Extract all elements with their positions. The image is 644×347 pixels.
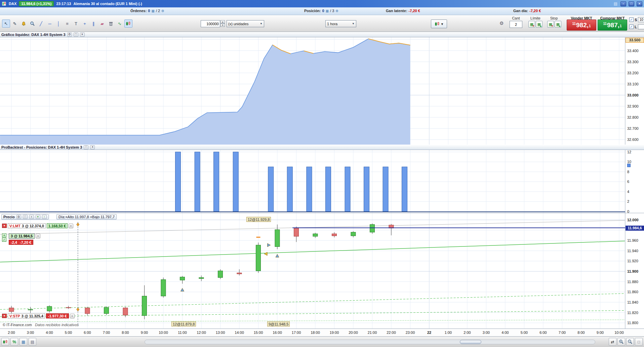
parallel-channel-tool-button[interactable]: ∥ (89, 20, 97, 28)
panel-close-icon[interactable]: × (90, 145, 95, 149)
candlestick-mode-icon[interactable] (1, 338, 9, 346)
crosshair-tool-button[interactable]: + (81, 20, 89, 28)
sell-price-prefix: 11 (572, 22, 576, 26)
x-tick-label: 10:00 (614, 331, 624, 335)
keyboard-icon[interactable]: ▤ (614, 1, 617, 6)
panel-window-icon[interactable]: □ (74, 33, 78, 37)
order-quantity-input[interactable] (510, 21, 522, 28)
stop-order-box[interactable]: V:STP 3 @ 11.325,4 (8, 313, 45, 318)
y-tick-label: 2 (627, 199, 629, 203)
panel-window-icon[interactable]: □ (23, 215, 28, 219)
vertical-line-tool-button[interactable]: │ (54, 20, 63, 28)
alarm-bell-button[interactable] (19, 20, 28, 28)
sell-limit-button[interactable]: ▦▼ (528, 21, 535, 28)
x-tick-label: 1:00 (445, 331, 452, 335)
instrument-chart-icon (2, 1, 6, 6)
positions-bar-chart[interactable]: 121086420 (0, 150, 644, 213)
stop-order-text: 3 @ 11.325,4 (22, 314, 43, 318)
stepper-down-icon[interactable]: ▼ (220, 24, 225, 27)
timeframe-select[interactable]: 1 hora ▼ (325, 20, 356, 27)
liquidity-chart[interactable]: 33.50033.40033.30033.20033.10033.00032.9… (0, 37, 644, 145)
x-tick-label: 16:00 (273, 331, 282, 335)
sell-market-button[interactable]: 11 982, 1 (567, 20, 596, 31)
trend-line[interactable] (0, 320, 625, 322)
right-marker-icon (268, 243, 271, 247)
eraser-tool-button[interactable]: ▰ (98, 20, 106, 28)
list-view-icon[interactable]: ▤ (29, 338, 36, 346)
zoom-in-icon[interactable] (617, 338, 625, 346)
minimize-button[interactable]: – (620, 1, 626, 6)
percent-scale-icon[interactable]: % (10, 338, 18, 346)
table-view-icon[interactable]: ▦ (19, 338, 27, 346)
trendline-tool-button[interactable]: ╱ (37, 20, 45, 28)
position-settings-icon[interactable]: ⚙ (335, 9, 338, 13)
panel-settings-icon[interactable]: ⚙ (67, 33, 72, 37)
horizontal-scrollbar[interactable] (145, 340, 595, 344)
price-candlestick-chart[interactable]: 12.00011.96011.94011.92011.90011.88011.8… (0, 213, 644, 329)
cancel-stop-order-button[interactable]: × (70, 314, 75, 318)
buy-market-button[interactable]: 11 987, 1 (598, 20, 627, 31)
latent-pnl-value: -7,20 € (409, 9, 420, 13)
position-bar (325, 167, 331, 211)
quantity-stepper[interactable]: ▲ ▼ (220, 20, 225, 27)
expand-panel-button[interactable]: ↑ (42, 215, 47, 219)
pencil-tool-button[interactable]: ✎ (11, 20, 19, 28)
quantity-input[interactable] (201, 20, 220, 27)
indicator-tool-button[interactable]: ∿ (116, 20, 124, 28)
buy-limit-button[interactable]: ▦▲ (536, 21, 542, 28)
x-tick-label: 2:00 (464, 331, 471, 335)
add-indicator-button[interactable]: + (36, 215, 40, 219)
text-tool-button[interactable]: T (72, 20, 80, 28)
limit-distance-input[interactable] (638, 24, 644, 29)
dash-marker-icon (256, 237, 260, 238)
chart-style-select[interactable]: ▾ (431, 20, 447, 28)
candle-body (104, 307, 109, 313)
candlestick-view-button[interactable] (124, 20, 132, 28)
trend-line[interactable] (0, 220, 625, 234)
panel-close-icon[interactable]: × (29, 215, 34, 219)
order-settings-icon[interactable]: ⚙ (499, 21, 504, 26)
position-reduce-button[interactable]: ✓ (2, 238, 6, 242)
panel-settings-icon[interactable]: ⚙ (16, 215, 21, 219)
fit-chart-icon[interactable]: □ (635, 338, 643, 346)
orders-settings-icon[interactable]: ⚙ (161, 9, 164, 13)
symbol-label[interactable]: DAX (9, 2, 16, 6)
maximize-button[interactable]: □ (629, 1, 634, 6)
sell-order-icon[interactable]: ▼ (2, 314, 7, 318)
red-arrow-icon: ▼ (532, 25, 535, 28)
limit-order-box[interactable]: V:LMT 3 @ 12.374,0 (8, 223, 46, 228)
units-select[interactable]: (x) unidades ▼ (227, 20, 264, 27)
panel-close-icon[interactable]: × (80, 33, 85, 37)
trend-line[interactable] (0, 294, 625, 309)
position-tag[interactable]: 3 @ 11.984,5 (9, 233, 35, 239)
stop-checkbox[interactable]: ✓ (629, 17, 634, 22)
grid (0, 150, 625, 213)
limit-checkbox[interactable]: ✓ (629, 25, 634, 29)
sell-order-icon[interactable]: ▼ (2, 224, 7, 228)
stop-order-row: ▼ V:STP 3 @ 11.325,4 -1.977,30 € × (2, 313, 75, 318)
scrollbar-thumb[interactable] (460, 340, 481, 344)
stop-distance-input[interactable] (638, 17, 644, 22)
horizontal-line-tool-button[interactable]: ─ (46, 20, 54, 28)
position-add-button[interactable]: + (2, 233, 6, 237)
trend-line[interactable] (0, 241, 625, 262)
buy-stop-button[interactable]: ▦▲ (555, 21, 561, 28)
trend-line[interactable] (0, 310, 625, 316)
position-icon[interactable]: ▦ (326, 9, 329, 13)
sell-stop-button[interactable]: ▦▼ (547, 21, 554, 28)
zoom-out-icon[interactable] (626, 338, 634, 346)
close-button[interactable]: × (637, 1, 642, 6)
select-cursor-button[interactable]: ↖ (2, 20, 10, 28)
trash-button[interactable] (107, 20, 115, 28)
axis-scroll-marker[interactable] (627, 164, 631, 167)
stepper-up-icon[interactable]: ▲ (220, 20, 225, 24)
levels-tool-button[interactable]: ≡ (63, 20, 71, 28)
cancel-limit-order-button[interactable]: × (69, 224, 73, 228)
orders-icon[interactable]: ▦ (151, 9, 154, 13)
y-tick-label: 11.880 (627, 280, 638, 284)
close-position-button[interactable]: × (36, 234, 40, 238)
pan-chart-icon[interactable]: ⇄ (609, 338, 616, 346)
panel-window-icon[interactable]: □ (84, 145, 88, 149)
zoom-tool-button[interactable] (28, 20, 36, 28)
buy-price-prefix: 11 (603, 22, 607, 26)
